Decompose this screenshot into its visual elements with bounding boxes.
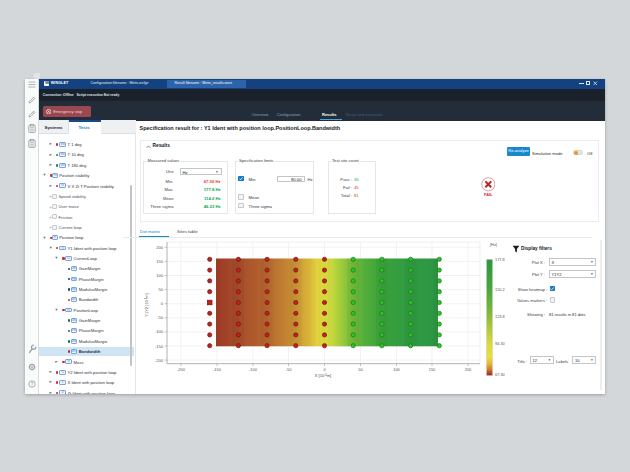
svg-text:-50: -50 bbox=[286, 367, 293, 372]
svg-text:150: 150 bbox=[429, 367, 436, 372]
svg-text:Y1Y2 [10-3m]: Y1Y2 [10-3m] bbox=[144, 293, 149, 316]
svg-text:-100: -100 bbox=[155, 329, 164, 334]
svg-text:?: ? bbox=[31, 382, 34, 387]
svg-text:100: 100 bbox=[156, 273, 163, 278]
svg-text:-200: -200 bbox=[177, 367, 186, 372]
svg-text:-200: -200 bbox=[155, 358, 164, 363]
svg-text:0: 0 bbox=[161, 301, 164, 306]
svg-text:-100: -100 bbox=[249, 367, 258, 372]
svg-text:0: 0 bbox=[323, 367, 326, 372]
svg-text:200: 200 bbox=[156, 245, 163, 250]
svg-text:200: 200 bbox=[465, 367, 472, 372]
svg-text:150: 150 bbox=[156, 259, 163, 264]
svg-text:100: 100 bbox=[393, 367, 400, 372]
svg-text:50: 50 bbox=[159, 287, 164, 292]
svg-text:50: 50 bbox=[358, 367, 363, 372]
svg-text:X [10-3m]: X [10-3m] bbox=[315, 373, 331, 378]
svg-text:-50: -50 bbox=[157, 315, 164, 320]
svg-text:-150: -150 bbox=[155, 344, 164, 349]
svg-text:-150: -150 bbox=[213, 367, 222, 372]
